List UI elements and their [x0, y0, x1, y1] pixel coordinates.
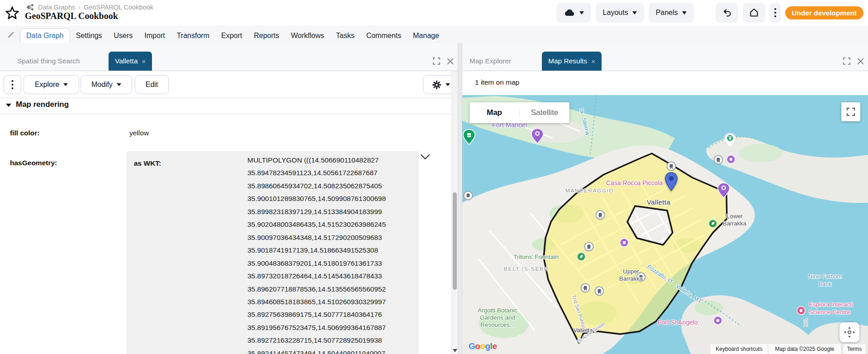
caret-down-icon — [579, 11, 584, 14]
scrollbar[interactable] — [451, 71, 458, 354]
terms-link[interactable]: Terms — [844, 344, 865, 354]
map-label-casa-rocca-piccola[interactable]: Casa Rocca Piccola — [606, 179, 663, 187]
cloud-icon — [564, 8, 575, 17]
layouts-button[interactable]: Layouts — [596, 3, 644, 23]
kebab-menu-button[interactable] — [4, 75, 21, 94]
park-marker-icon[interactable] — [577, 252, 586, 261]
scrollbar-thumb[interactable] — [453, 192, 457, 290]
tab-tasks[interactable]: Tasks — [330, 29, 360, 43]
transit-stop-marker[interactable] — [596, 211, 605, 220]
museum-marker-icon[interactable] — [620, 238, 629, 247]
chevron-down-icon[interactable] — [420, 153, 431, 161]
tab-transform[interactable]: Transform — [171, 29, 215, 43]
wkt-line: 35.89272163228715,14.507728925019938 — [247, 334, 386, 347]
map-label-tritons-fountain[interactable]: Tritons' Fountain — [507, 254, 565, 261]
result-pin-icon — [664, 171, 678, 192]
tab-reports[interactable]: Reports — [248, 29, 285, 43]
pan-icon — [844, 326, 855, 338]
transit-stop-marker[interactable] — [581, 284, 590, 292]
result-pin-marker[interactable] — [664, 171, 678, 192]
expand-icon[interactable] — [843, 57, 851, 65]
panels-button[interactable]: Panels — [649, 3, 694, 23]
close-icon[interactable]: × — [591, 57, 595, 65]
map-status-row: 1 item on map — [462, 71, 868, 95]
tab-users[interactable]: Users — [108, 29, 139, 43]
cloud-menu-button[interactable] — [556, 3, 591, 23]
home-button[interactable] — [743, 3, 765, 23]
modify-button[interactable]: Modify — [81, 75, 132, 94]
wkt-value-box[interactable]: as WKT: MULTIPOLYGON (((14.5066901104828… — [127, 151, 419, 354]
transit-stop-marker[interactable] — [595, 287, 604, 296]
status-badge: Under development — [785, 6, 863, 19]
wkt-line: 35.89275639869175,14.507771840364176 — [247, 308, 386, 321]
page-title: GeoSPARQL Cookbook — [25, 11, 118, 21]
wkt-line: 35.894608518183865,14.510260930329997 — [247, 296, 386, 308]
modify-label: Modify — [91, 81, 113, 89]
google-logo[interactable]: Google — [469, 341, 497, 351]
tab-data-graph[interactable]: Data Graph — [20, 28, 70, 43]
breadcrumb-current[interactable]: GeoSPARQL Cookbook — [84, 4, 153, 11]
transit-stop-marker[interactable] — [585, 243, 593, 251]
breadcrumb-root[interactable]: Data Graphs — [38, 4, 75, 11]
tab-manage[interactable]: Manage — [407, 29, 445, 43]
wkt-line: 35.900101289830765,14.509908761300698 — [247, 192, 386, 205]
kebab-menu-icon — [11, 80, 14, 90]
google-map[interactable]: Fort Manoel ta - Sliema MANDERAGGIO Casa… — [462, 95, 868, 354]
tab-comments[interactable]: Comments — [360, 29, 407, 43]
panels-label: Panels — [656, 9, 678, 17]
map-rendering-section-header[interactable]: Map rendering — [0, 98, 458, 114]
wkt-line: 35.896207718878536,14.513556565560952 — [247, 283, 386, 296]
star-icon — [5, 5, 20, 21]
map-label-esplora-2[interactable]: Science Centre — [809, 309, 850, 316]
fullscreen-button[interactable] — [841, 102, 860, 121]
wkt-line: 35.891956767523475,14.506999364167887 — [247, 321, 386, 334]
google-logo-letter: o — [480, 341, 485, 351]
tab-map-results[interactable]: Map Results × — [542, 52, 602, 71]
close-icon[interactable] — [446, 57, 454, 65]
gear-icon — [432, 80, 441, 90]
wkt-line: 35.89478234591123,14.50561722687687 — [247, 167, 386, 179]
explore-button[interactable]: Explore — [24, 75, 79, 94]
explore-label: Explore — [35, 81, 59, 89]
tab-settings[interactable]: Settings — [70, 29, 108, 43]
tab-import[interactable]: Import — [138, 29, 171, 43]
museum-marker-icon[interactable] — [713, 316, 722, 325]
map-label-lower-barrakka: Lower Barrakka — [716, 213, 754, 227]
transit-stop-marker[interactable] — [714, 156, 723, 164]
caret-down-icon — [682, 11, 687, 14]
tab-valletta[interactable]: Valletta × — [109, 52, 152, 71]
map-label-upper-barrakka: Upper Barrakka — [612, 268, 650, 282]
map-label-argotti-gardens[interactable]: Argotti Botanic Gardens and Resources... — [474, 307, 521, 329]
map-type-satellite-button[interactable]: Satellite — [519, 108, 569, 117]
app-window: Data Graphs › GeoSPARQL Cookbook GeoSPAR… — [0, 0, 868, 354]
transit-stop-marker[interactable] — [464, 191, 473, 200]
right-panel-tabbar: Map Explorer Map Results × — [462, 43, 868, 71]
tab-spatial-thing-search[interactable]: Spatial thing Search — [17, 57, 80, 65]
google-logo-letter: g — [485, 341, 490, 351]
science-centre-marker-icon[interactable] — [797, 306, 806, 315]
edit-button[interactable]: Edit — [135, 75, 169, 94]
close-icon[interactable] — [857, 57, 864, 65]
wkt-label: as WKT: — [134, 159, 161, 167]
close-icon[interactable]: × — [142, 57, 146, 65]
expand-icon[interactable] — [432, 57, 441, 65]
pane-divider[interactable] — [458, 43, 462, 354]
keyboard-shortcuts-link[interactable]: Keyboard shortcuts — [711, 344, 768, 354]
map-label-fort-st-angelo[interactable]: Fort St Angelo — [658, 319, 698, 326]
map-label-esplora[interactable]: Esplora Interacti — [809, 301, 853, 308]
undo-button[interactable] — [716, 3, 738, 23]
map-type-map-button[interactable]: Map — [470, 108, 519, 117]
google-logo-letter: G — [469, 341, 475, 351]
transit-stop-marker[interactable] — [667, 162, 676, 171]
favorite-button[interactable] — [4, 5, 21, 22]
home-icon — [749, 7, 759, 18]
pan-control-button[interactable] — [840, 322, 859, 342]
kebab-menu-button[interactable] — [770, 3, 781, 23]
scroll-down-arrow-icon[interactable] — [453, 349, 457, 352]
tab-map-explorer[interactable]: Map Explorer — [470, 57, 511, 65]
museum-marker-icon[interactable] — [726, 155, 735, 164]
tab-export[interactable]: Export — [215, 29, 248, 43]
map-label-manderaggio: MANDERAGGIO — [565, 188, 614, 193]
tab-workflows[interactable]: Workflows — [285, 29, 330, 43]
map-label-valletta: Valletta — [647, 198, 670, 206]
